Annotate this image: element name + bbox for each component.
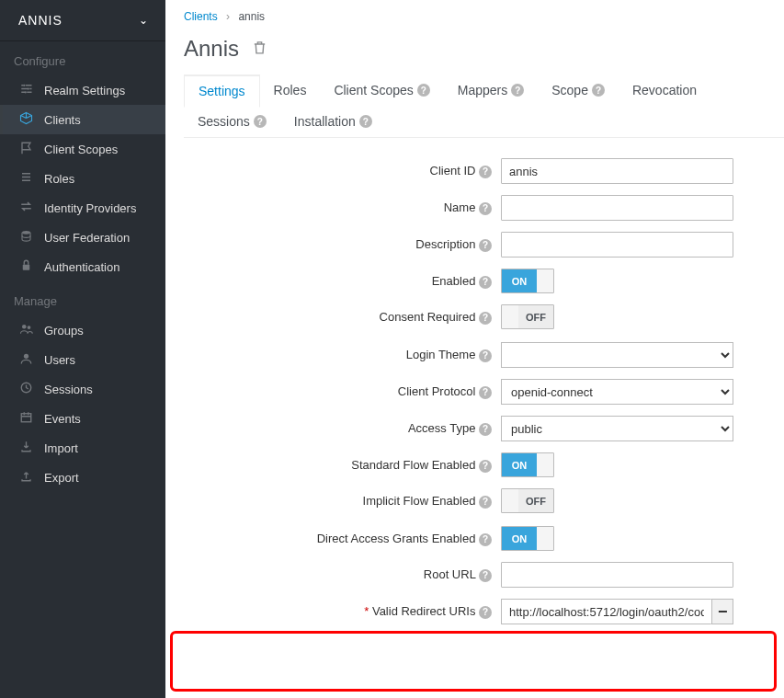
enabled-toggle[interactable]: ON [501,269,554,293]
help-icon[interactable]: ? [417,84,430,97]
help-icon[interactable]: ? [359,115,372,128]
toggle-on-label [502,305,518,328]
page-title-text: Annis [184,36,239,62]
sidebar-item-export[interactable]: Export [0,463,165,492]
list-icon [18,170,33,187]
sidebar-item-sessions[interactable]: Sessions [0,374,165,404]
sidebar: ANNIS ⌄ ConfigureRealm SettingsClientsCl… [0,0,165,698]
help-icon[interactable]: ? [592,84,605,97]
tabs: SettingsRolesClient Scopes ?Mappers ?Sco… [184,74,784,138]
sidebar-item-users[interactable]: Users [0,345,165,374]
tab-mappers[interactable]: Mappers ? [444,74,538,107]
help-icon[interactable]: ? [254,115,267,128]
help-icon[interactable]: ? [479,239,492,252]
sidebar-item-identity-providers[interactable]: Identity Providers [0,193,165,223]
trash-icon[interactable] [252,40,267,59]
root-url-input[interactable] [501,562,733,588]
client-protocol-label: Client Protocol ? [184,379,501,399]
remove-redirect-button[interactable]: − [711,599,733,624]
client-id-label: Client ID ? [184,158,501,178]
help-icon[interactable]: ? [479,496,492,509]
sidebar-item-label: Roles [44,172,74,186]
help-icon[interactable]: ? [479,423,492,436]
root-url-label: Root URL ? [184,562,501,582]
sidebar-item-label: Events [44,412,81,426]
toggle-off-label [537,527,553,550]
toggle-off-label [537,269,553,292]
sidebar-item-label: Authentication [44,260,119,274]
toggle-off-label: OFF [518,305,553,328]
realm-selector[interactable]: ANNIS ⌄ [0,0,165,41]
implicit-flow-label: Implicit Flow Enabled ? [184,488,501,509]
help-icon[interactable]: ? [479,166,492,178]
svg-point-7 [23,354,28,359]
realm-name: ANNIS [18,13,62,28]
help-icon[interactable]: ? [479,606,492,619]
login-theme-label: Login Theme ? [184,342,501,362]
tab-settings[interactable]: Settings [184,74,260,108]
toggle-off-label: OFF [518,489,553,512]
svg-rect-4 [22,265,29,270]
tab-sessions[interactable]: Sessions ? [184,107,280,137]
tab-scope[interactable]: Scope ? [538,74,619,107]
sidebar-item-import[interactable]: Import [0,433,165,463]
svg-rect-9 [21,414,31,422]
svg-point-3 [22,231,30,235]
tab-label: Client Scopes [334,83,413,97]
breadcrumb-clients-link[interactable]: Clients [184,10,218,23]
sidebar-item-label: Identity Providers [44,201,136,215]
help-icon[interactable]: ? [479,533,492,546]
breadcrumb-current: annis [238,10,265,23]
svg-point-0 [23,85,25,86]
help-icon[interactable]: ? [479,276,492,289]
tab-roles[interactable]: Roles [260,74,321,107]
sidebar-item-realm-settings[interactable]: Realm Settings [0,75,165,105]
access-type-select[interactable]: public [501,416,733,441]
sidebar-item-user-federation[interactable]: User Federation [0,223,165,252]
sidebar-item-roles[interactable]: Roles [0,164,165,193]
toggle-on-label: ON [502,453,537,476]
name-input[interactable] [501,195,733,221]
help-icon[interactable]: ? [479,569,492,582]
breadcrumb-separator: › [221,10,235,23]
direct-access-toggle[interactable]: ON [501,526,554,551]
sidebar-item-groups[interactable]: Groups [0,315,165,345]
sidebar-item-clients[interactable]: Clients [0,105,165,134]
sidebar-item-authentication[interactable]: Authentication [0,252,165,281]
help-icon[interactable]: ? [479,312,492,325]
help-icon[interactable]: ? [479,460,492,473]
help-icon[interactable]: ? [479,349,492,362]
help-icon[interactable]: ? [479,202,492,215]
tab-label: Roles [274,83,307,97]
section-title-manage: Manage [0,281,165,315]
client-protocol-select[interactable]: openid-connect [501,379,733,405]
sidebar-item-label: Export [44,471,79,485]
help-icon[interactable]: ? [511,84,524,97]
redirect-uris-label: * Valid Redirect URIs ? [184,599,501,619]
redirect-uri-input[interactable] [501,599,711,624]
svg-point-6 [27,326,30,329]
login-theme-select[interactable] [501,342,733,368]
tab-label: Sessions [198,114,250,129]
help-icon[interactable]: ? [479,386,492,399]
tab-revocation[interactable]: Revocation [619,74,710,107]
sidebar-item-label: Groups [44,324,84,338]
sidebar-item-events[interactable]: Events [0,404,165,433]
tab-client-scopes[interactable]: Client Scopes ? [320,74,443,107]
implicit-flow-toggle[interactable]: OFF [501,488,554,513]
tab-installation[interactable]: Installation ? [280,107,386,137]
consent-toggle[interactable]: OFF [501,304,554,329]
standard-flow-toggle[interactable]: ON [501,452,554,477]
sidebar-item-label: Sessions [44,383,93,396]
sidebar-item-client-scopes[interactable]: Client Scopes [0,134,165,164]
section-title-configure: Configure [0,41,165,75]
scopes-icon [18,141,33,157]
export-icon [18,469,33,486]
toggle-on-label: ON [502,269,537,292]
description-input[interactable] [501,232,733,257]
svg-point-5 [22,325,27,329]
consent-label: Consent Required ? [184,304,501,325]
settings-form: Client ID ?Name ?Description ?Enabled ?O… [184,138,784,624]
client-id-input[interactable] [501,158,733,184]
import-icon [18,440,33,456]
